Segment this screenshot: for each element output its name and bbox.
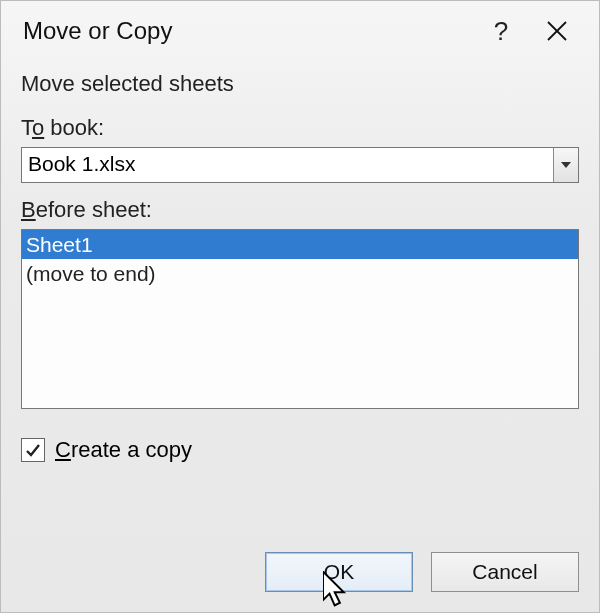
move-selected-sheets-label: Move selected sheets xyxy=(21,71,579,97)
svg-marker-2 xyxy=(561,162,571,168)
move-or-copy-dialog: Move or Copy ? Move selected sheets To b… xyxy=(0,0,600,613)
create-a-copy-checkbox[interactable]: Create a copy xyxy=(21,437,579,463)
titlebar: Move or Copy ? xyxy=(1,1,599,61)
create-a-copy-label: Create a copy xyxy=(55,437,192,463)
to-book-value: Book 1.xlsx xyxy=(22,148,553,182)
checkmark-icon xyxy=(25,442,41,458)
dialog-buttons: OK Cancel xyxy=(265,552,579,592)
help-button[interactable]: ? xyxy=(473,7,529,55)
list-item[interactable]: (move to end) xyxy=(22,259,578,288)
cancel-button[interactable]: Cancel xyxy=(431,552,579,592)
before-sheet-listbox[interactable]: Sheet1 (move to end) xyxy=(21,229,579,409)
ok-button[interactable]: OK xyxy=(265,552,413,592)
checkbox-box xyxy=(21,438,45,462)
close-button[interactable] xyxy=(529,7,585,55)
dialog-title: Move or Copy xyxy=(23,17,473,45)
dialog-body: Move selected sheets To book: Book 1.xls… xyxy=(1,61,599,463)
to-book-label: To book: xyxy=(21,115,579,141)
close-icon xyxy=(546,20,568,42)
help-icon: ? xyxy=(494,16,508,47)
before-sheet-label: Before sheet: xyxy=(21,197,579,223)
dropdown-arrow-icon xyxy=(553,148,578,182)
to-book-dropdown[interactable]: Book 1.xlsx xyxy=(21,147,579,183)
list-item[interactable]: Sheet1 xyxy=(22,230,578,259)
